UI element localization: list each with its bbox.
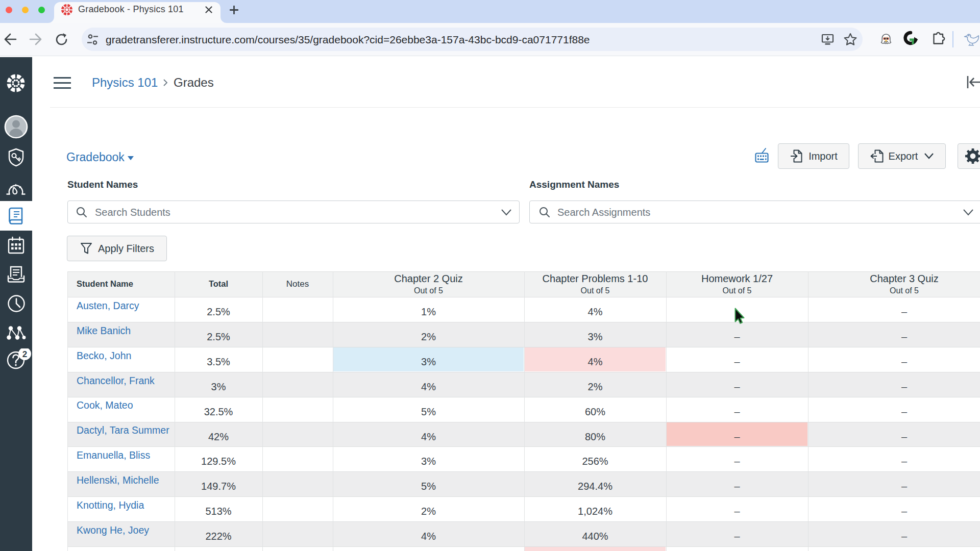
- svg-text:2: 2: [22, 349, 27, 359]
